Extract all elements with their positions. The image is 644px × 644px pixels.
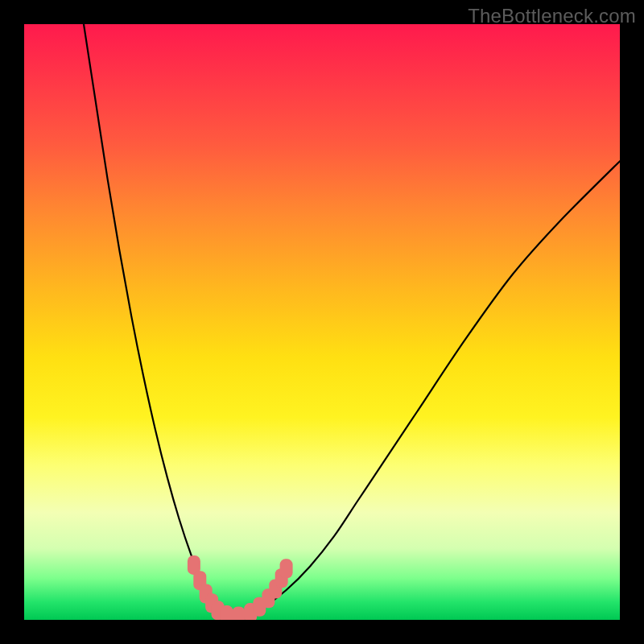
highlight-marker [221, 605, 233, 620]
highlight-marker [232, 607, 245, 620]
chart-plot-area [24, 24, 620, 620]
watermark-text: TheBottleneck.com [468, 5, 636, 27]
highlight-marker [280, 559, 293, 578]
optimal-range-markers [24, 24, 620, 620]
